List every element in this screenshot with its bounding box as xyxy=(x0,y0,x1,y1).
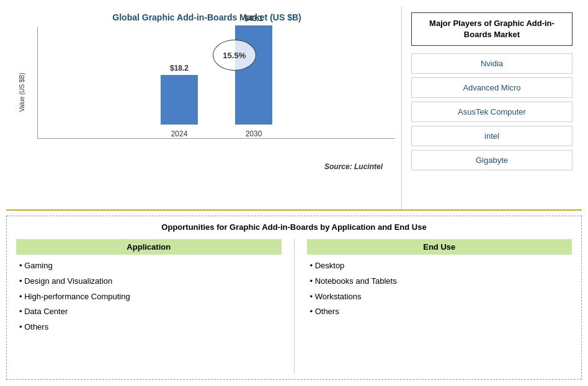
bar-label-2030: 2030 xyxy=(246,129,262,138)
enduse-column: End Use • Desktop • Notebooks and Tablet… xyxy=(307,239,572,373)
app-item-datacenter: • Data Center xyxy=(19,305,282,318)
player-item-intel: intel xyxy=(411,126,572,146)
cagr-value: 15.5% xyxy=(223,51,246,60)
bottom-content: Application • Gaming • Design and Visual… xyxy=(16,239,572,373)
chart-title: Global Graphic Add-in-Boards Market (US … xyxy=(112,12,301,22)
chart-area: Global Graphic Add-in-Boards Market (US … xyxy=(6,6,402,209)
bars-row: 15.5% $18.2 2024 $43.1 2030 xyxy=(37,27,395,139)
chart-wrapper: Value (US $B) 15.5% $18.2 2024 xyxy=(19,27,395,157)
enduse-item-workstations: • Workstations xyxy=(310,291,572,304)
y-axis-label: Value (US $B) xyxy=(19,72,25,112)
enduse-items: • Desktop • Notebooks and Tablets • Work… xyxy=(307,260,572,318)
player-item-advanced-micro: Advanced Micro xyxy=(411,77,572,98)
bar-value-2030: $43.1 xyxy=(244,14,263,23)
bar-group-2030: $43.1 2030 xyxy=(235,14,272,138)
divider-vertical xyxy=(294,239,295,373)
app-item-gaming: • Gaming xyxy=(19,260,282,273)
top-section: Global Graphic Add-in-Boards Market (US … xyxy=(6,6,582,211)
bar-2024 xyxy=(161,75,198,125)
app-item-others: • Others xyxy=(19,321,282,334)
enduse-item-notebooks: • Notebooks and Tablets xyxy=(310,275,572,288)
bars-area: 15.5% $18.2 2024 $43.1 2030 xyxy=(37,27,395,157)
cagr-circle: 15.5% xyxy=(213,40,256,71)
application-header: Application xyxy=(16,239,282,255)
players-title: Major Players of Graphic Add-in-Boards M… xyxy=(411,12,572,46)
enduse-header: End Use xyxy=(307,239,572,255)
bar-group-2024: $18.2 2024 xyxy=(161,64,198,138)
player-item-nvidia: Nvidia xyxy=(411,53,572,74)
opportunities-title: Opportunities for Graphic Add-in-Boards … xyxy=(16,222,572,232)
enduse-item-desktop: • Desktop xyxy=(310,260,572,273)
player-item-gigabyte: Gigabyte xyxy=(411,150,572,170)
player-item-asustek: AsusTek Computer xyxy=(411,102,572,122)
bar-label-2024: 2024 xyxy=(171,129,188,138)
app-item-hpc: • High-performance Computing xyxy=(19,291,282,304)
enduse-item-others: • Others xyxy=(310,305,572,318)
players-panel: Major Players of Graphic Add-in-Boards M… xyxy=(402,6,582,209)
bottom-section: Opportunities for Graphic Add-in-Boards … xyxy=(6,216,582,380)
application-column: Application • Gaming • Design and Visual… xyxy=(16,239,282,373)
source-text: Source: Lucintel xyxy=(324,162,395,171)
application-items: • Gaming • Design and Visualization • Hi… xyxy=(16,260,282,334)
app-item-design: • Design and Visualization xyxy=(19,275,282,288)
main-container: Global Graphic Add-in-Boards Market (US … xyxy=(0,0,588,386)
bar-value-2024: $18.2 xyxy=(170,64,189,72)
